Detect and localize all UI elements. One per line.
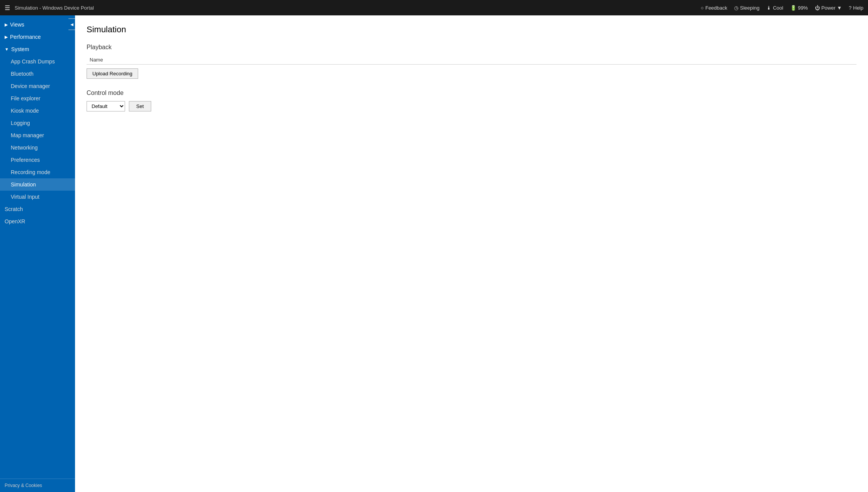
sidebar-item-file-explorer[interactable]: File explorer bbox=[0, 92, 75, 105]
sleeping-label: Sleeping bbox=[740, 5, 760, 11]
help-icon: ? bbox=[849, 5, 851, 11]
feedback-button[interactable]: ○ Feedback bbox=[701, 5, 727, 11]
sidebar-item-app-crash-dumps[interactable]: App Crash Dumps bbox=[0, 55, 75, 68]
cool-button[interactable]: 🌡 Cool bbox=[766, 5, 783, 11]
sidebar-item-networking[interactable]: Networking bbox=[0, 141, 75, 154]
sidebar-collapse-button[interactable]: ◀ bbox=[68, 18, 75, 30]
cool-label: Cool bbox=[773, 5, 783, 11]
sidebar: ◀ ▶ Views ▶ Performance ▼ System App Cra… bbox=[0, 15, 75, 492]
battery-button[interactable]: 🔋 99% bbox=[790, 5, 808, 11]
sidebar-item-kiosk-mode[interactable]: Kiosk mode bbox=[0, 105, 75, 117]
system-arrow-icon: ▼ bbox=[5, 47, 9, 52]
control-mode-section-title: Control mode bbox=[87, 90, 856, 96]
sleeping-icon: ◷ bbox=[734, 5, 738, 11]
upload-recording-button[interactable]: Upload Recording bbox=[87, 68, 138, 79]
sidebar-item-simulation[interactable]: Simulation bbox=[0, 178, 75, 191]
sidebar-section-performance[interactable]: ▶ Performance bbox=[0, 31, 75, 43]
control-mode-section: Control mode Default Manual Auto Set bbox=[87, 90, 856, 111]
page-title: Simulation bbox=[87, 25, 856, 35]
feedback-label: Feedback bbox=[705, 5, 727, 11]
help-label: Help bbox=[853, 5, 863, 11]
thermometer-icon: 🌡 bbox=[766, 5, 771, 11]
sidebar-nav: ▶ Views ▶ Performance ▼ System App Crash… bbox=[0, 15, 75, 479]
control-mode-row: Default Manual Auto Set bbox=[87, 101, 856, 111]
feedback-icon: ○ bbox=[701, 5, 704, 11]
sidebar-item-bluetooth[interactable]: Bluetooth bbox=[0, 68, 75, 80]
app-title: Simulation - Windows Device Portal bbox=[15, 5, 94, 11]
playback-col-2 bbox=[559, 55, 708, 65]
content-area: Simulation Playback Name Upload Recordin… bbox=[75, 15, 868, 492]
sidebar-item-map-manager[interactable]: Map manager bbox=[0, 129, 75, 141]
header-right: ○ Feedback ◷ Sleeping 🌡 Cool 🔋 99% ⏻ Pow… bbox=[701, 5, 863, 11]
playback-section: Playback Name Upload Recording bbox=[87, 44, 856, 79]
sidebar-item-virtual-input[interactable]: Virtual Input bbox=[0, 191, 75, 203]
battery-label: 99% bbox=[798, 5, 808, 11]
help-button[interactable]: ? Help bbox=[849, 5, 863, 11]
power-icon: ⏻ bbox=[815, 5, 820, 11]
power-label: Power ▼ bbox=[821, 5, 842, 11]
performance-arrow-icon: ▶ bbox=[5, 35, 8, 40]
sidebar-item-scratch[interactable]: Scratch bbox=[0, 203, 75, 215]
app-header: ☰ Simulation - Windows Device Portal ○ F… bbox=[0, 0, 868, 15]
header-left: ☰ Simulation - Windows Device Portal bbox=[5, 4, 94, 12]
sidebar-section-system-label: System bbox=[11, 46, 29, 52]
sidebar-section-views[interactable]: ▶ Views bbox=[0, 18, 75, 31]
sidebar-section-system[interactable]: ▼ System bbox=[0, 43, 75, 55]
control-mode-select[interactable]: Default Manual Auto bbox=[87, 101, 125, 111]
playback-col-3 bbox=[708, 55, 856, 65]
privacy-cookies-link[interactable]: Privacy & Cookies bbox=[0, 479, 75, 492]
sidebar-section-views-label: Views bbox=[10, 22, 24, 28]
sidebar-item-preferences[interactable]: Preferences bbox=[0, 154, 75, 166]
sidebar-item-logging[interactable]: Logging bbox=[0, 117, 75, 129]
battery-icon: 🔋 bbox=[790, 5, 796, 11]
views-arrow-icon: ▶ bbox=[5, 22, 8, 27]
power-button[interactable]: ⏻ Power ▼ bbox=[815, 5, 842, 11]
playback-col-name: Name bbox=[87, 55, 559, 65]
playback-section-title: Playback bbox=[87, 44, 856, 51]
sidebar-section-performance-label: Performance bbox=[10, 34, 41, 40]
hamburger-icon[interactable]: ☰ bbox=[5, 4, 10, 12]
sidebar-item-device-manager[interactable]: Device manager bbox=[0, 80, 75, 92]
sleeping-button[interactable]: ◷ Sleeping bbox=[734, 5, 760, 11]
main-layout: ◀ ▶ Views ▶ Performance ▼ System App Cra… bbox=[0, 15, 868, 492]
sidebar-item-recording-mode[interactable]: Recording mode bbox=[0, 166, 75, 178]
set-button[interactable]: Set bbox=[129, 101, 151, 111]
playback-table: Name bbox=[87, 55, 856, 65]
sidebar-item-openxr[interactable]: OpenXR bbox=[0, 215, 75, 228]
